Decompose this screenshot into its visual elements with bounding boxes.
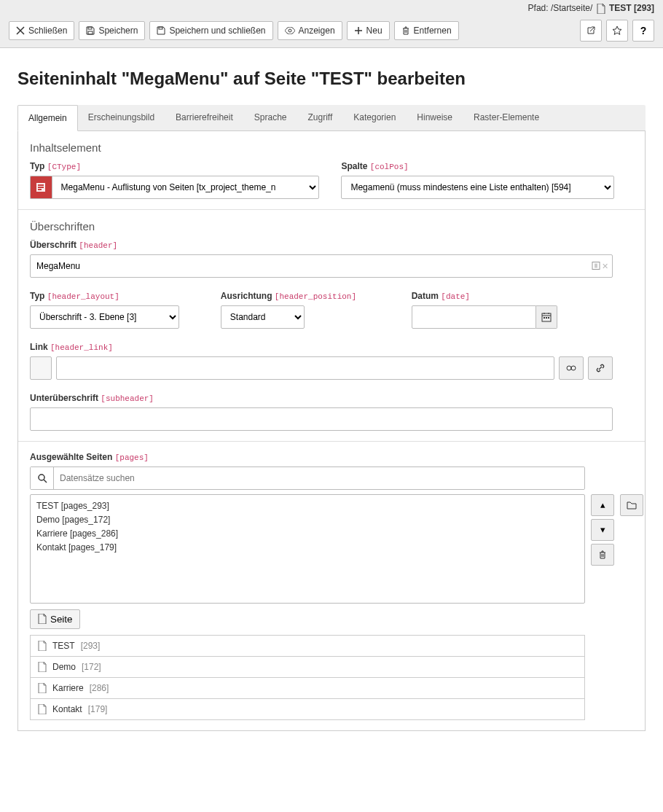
save-label: Speichern (98, 26, 138, 36)
related-page-item[interactable]: Karriere [286] (30, 678, 585, 699)
tab-barrierefreiheit[interactable]: Barrierefreiheit (165, 105, 244, 130)
page-title: Seiteninhalt "MegaMenu" auf Seite "TEST"… (17, 69, 646, 89)
link-type-indicator (30, 356, 52, 380)
tab-allgemein[interactable]: Allgemein (17, 105, 78, 131)
view-button[interactable]: Anzeigen (278, 21, 342, 40)
tab-zugriff[interactable]: Zugriff (298, 105, 344, 130)
ctype-select[interactable]: MegaMenu - Auflistung von Seiten [tx_pro… (52, 176, 320, 199)
date-label: Datum [date] (412, 291, 581, 301)
save-close-button[interactable]: Speichern und schließen (149, 21, 272, 40)
header-position-label: Ausrichtung [header_position] (221, 291, 390, 301)
delete-item-button[interactable] (591, 544, 614, 566)
close-button[interactable]: Schließen (9, 21, 74, 40)
link-browse-button[interactable] (588, 356, 613, 380)
related-title: Demo (52, 662, 76, 672)
svg-point-3 (289, 29, 291, 32)
eye-icon (285, 27, 295, 34)
close-icon (16, 26, 25, 35)
breadcrumb-label: Pfad: (528, 3, 549, 13)
section-content-element: Inhaltselement Typ [CType] MegaMenu - Au… (18, 131, 645, 210)
ctype-label: Typ [CType] (30, 161, 319, 171)
related-id: [293] (81, 641, 101, 651)
tab-raster[interactable]: Raster-Elemente (463, 105, 550, 130)
colpos-label: Spalte [colPos] (341, 161, 630, 171)
related-title: Kontakt (52, 704, 82, 714)
breadcrumb-current[interactable]: TEST [293] (609, 3, 654, 13)
new-button[interactable]: Neu (347, 21, 390, 40)
add-page-record-button[interactable]: Seite (30, 609, 80, 629)
related-title: Karriere (52, 683, 84, 693)
section-headers: Überschriften Überschrift [header] ✕ Typ… (18, 210, 645, 442)
link-wizard-button[interactable] (559, 356, 584, 380)
save-button[interactable]: Speichern (79, 21, 145, 40)
link-wizard-icon (566, 363, 576, 373)
header-input[interactable] (30, 254, 613, 278)
header-layout-select[interactable]: Überschrift - 3. Ebene [3] (30, 305, 179, 329)
related-id: [179] (88, 704, 108, 714)
view-label: Anzeigen (299, 26, 335, 36)
header-label: Überschrift [header] (30, 240, 633, 250)
svg-point-14 (571, 366, 576, 370)
related-page-item[interactable]: Demo [172] (30, 657, 585, 678)
new-label: Neu (366, 26, 382, 36)
save-close-icon (157, 26, 165, 35)
svg-rect-11 (546, 317, 547, 319)
add-page-label: Seite (50, 614, 72, 625)
move-up-button[interactable]: ▴ (591, 494, 614, 516)
open-external-button[interactable] (580, 20, 602, 42)
browse-pages-button[interactable] (620, 494, 643, 516)
remove-button[interactable]: Entfernen (394, 21, 459, 40)
svg-point-15 (39, 475, 44, 480)
header-link-input[interactable] (56, 356, 554, 380)
header-position-select[interactable]: Standard (221, 305, 305, 329)
svg-rect-0 (88, 27, 92, 29)
header-layout-label: Typ [header_layout] (30, 291, 199, 301)
breadcrumb-path: /Startseite/ (551, 3, 592, 13)
colpos-select[interactable]: Megamenü (muss mindestens eine Liste ent… (341, 176, 614, 199)
plus-icon (354, 26, 363, 35)
help-button[interactable]: ? (632, 20, 654, 42)
header-link-label: Link [header_link] (30, 342, 633, 352)
related-id: [172] (82, 662, 101, 672)
tab-erscheinungsbild[interactable]: Erscheinungsbild (78, 105, 165, 130)
svg-rect-7 (38, 189, 42, 190)
page-icon (38, 662, 47, 672)
tab-bar: Allgemein Erscheinungsbild Barrierefreih… (17, 105, 646, 131)
date-input[interactable] (412, 305, 536, 329)
svg-rect-2 (159, 27, 162, 29)
toolbar: Schließen Speichern Speichern und schlie… (0, 14, 663, 48)
page-icon (597, 4, 605, 14)
pages-list[interactable]: TEST [pages_293] Demo [pages_172] Karrie… (30, 494, 585, 604)
related-page-item[interactable]: Kontakt [179] (30, 699, 585, 720)
pages-search-input[interactable] (54, 467, 584, 489)
related-page-item[interactable]: TEST [293] (30, 635, 585, 657)
headers-heading: Überschriften (30, 220, 633, 233)
input-toggle-icons[interactable]: ✕ (592, 261, 608, 270)
subheader-label: Unterüberschrift [subheader] (30, 393, 633, 403)
ctype-icon (30, 176, 52, 199)
move-down-button[interactable]: ▾ (591, 519, 614, 541)
content-element-heading: Inhaltselement (30, 141, 633, 154)
date-picker-button[interactable] (536, 305, 557, 329)
svg-rect-6 (38, 187, 44, 188)
remove-label: Entfernen (414, 26, 452, 36)
link-icon (595, 363, 605, 373)
star-icon (612, 26, 622, 36)
subheader-input[interactable] (30, 407, 613, 431)
page-icon (38, 614, 47, 624)
tab-hinweise[interactable]: Hinweise (407, 105, 463, 130)
svg-rect-8 (592, 262, 600, 269)
save-close-label: Speichern und schließen (169, 26, 265, 36)
breadcrumb: Pfad: /Startseite/ TEST [293] (0, 0, 663, 14)
search-icon (31, 467, 54, 489)
page-icon (38, 704, 47, 714)
related-title: TEST (52, 641, 75, 651)
tab-kategorien[interactable]: Kategorien (343, 105, 407, 130)
pages-label: Ausgewählte Seiten [pages] (30, 452, 633, 462)
tab-sprache[interactable]: Sprache (244, 105, 298, 130)
section-pages: Ausgewählte Seiten [pages] TEST [pages_2… (18, 442, 645, 730)
related-id: [286] (90, 683, 109, 693)
help-icon: ? (640, 25, 647, 36)
trash-icon (598, 550, 607, 559)
bookmark-button[interactable] (606, 20, 628, 42)
